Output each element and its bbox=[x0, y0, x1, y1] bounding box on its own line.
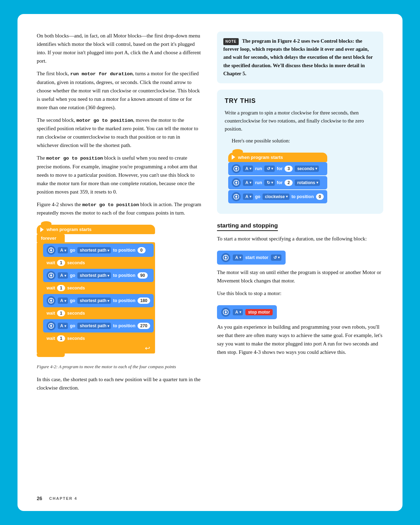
try-motor-icon-3 bbox=[232, 192, 241, 201]
code-run-motor: run motor for duration bbox=[70, 71, 133, 77]
motor-icon-1 bbox=[47, 246, 56, 255]
to-position-label-1: to position bbox=[113, 248, 135, 253]
try-for-label-1: for bbox=[277, 166, 283, 171]
try-this-title: TRY THIS bbox=[225, 97, 376, 105]
try-go-label-3: go bbox=[255, 194, 260, 199]
starting-stopping-section: starting and stopping To start a motor w… bbox=[217, 221, 383, 356]
note-box: NOTE The program in Figure 4-2 uses two … bbox=[217, 31, 383, 83]
try-motor-a-3[interactable]: A bbox=[243, 194, 253, 200]
page-number: 26 bbox=[37, 496, 42, 501]
motor-block-4: A go shortest path to position 270 bbox=[43, 319, 154, 332]
forever-block-bottom bbox=[37, 354, 65, 357]
start-motor-a-dropdown[interactable]: A bbox=[233, 254, 243, 261]
wait-block-4: wait 1 seconds bbox=[43, 334, 154, 343]
wait-value-2: 1 bbox=[57, 285, 65, 291]
go-label-2: go bbox=[70, 273, 75, 278]
code-motor-go-3: motor go to position bbox=[82, 202, 139, 208]
forever-block: forever bbox=[37, 234, 65, 242]
shortest-path-dropdown-4[interactable]: shortest path bbox=[77, 323, 111, 329]
start-motor-dir-dropdown[interactable]: ↺ bbox=[271, 254, 281, 261]
try-motor-icon-2 bbox=[232, 178, 241, 187]
try-motor-icon-1 bbox=[232, 164, 241, 173]
svg-point-33 bbox=[225, 311, 226, 313]
start-motor-block: A start motor ↺ bbox=[217, 251, 286, 265]
note-text: The program in Figure 4-2 uses two Contr… bbox=[223, 38, 373, 76]
figure-4-2-program: when program starts forever bbox=[37, 225, 155, 357]
try-when-program-starts: when program starts bbox=[238, 155, 283, 160]
stop-motor-label: stop motor bbox=[245, 309, 273, 315]
try-run-label-1: run bbox=[255, 166, 262, 171]
go-label-4: go bbox=[70, 323, 75, 328]
try-ccw-dropdown-2[interactable]: ↻ bbox=[264, 180, 275, 186]
svg-point-21 bbox=[235, 182, 237, 183]
when-program-starts-label: when program starts bbox=[47, 227, 92, 232]
seconds-label-3: seconds bbox=[67, 311, 85, 316]
wait-value-3: 1 bbox=[57, 310, 65, 316]
svg-point-1 bbox=[50, 250, 52, 251]
note-badge: NOTE bbox=[223, 38, 239, 45]
svg-point-25 bbox=[235, 196, 237, 197]
motor-block-1: A go shortest path to position 0 bbox=[43, 244, 154, 257]
position-value-3: 180 bbox=[138, 298, 150, 304]
motor-icon-4 bbox=[47, 321, 56, 330]
try-this-program: when program starts A bbox=[228, 153, 327, 204]
motor-icon-2 bbox=[47, 271, 56, 280]
para-1: On both blocks—and, in fact, on all Moto… bbox=[37, 31, 203, 65]
para-4: The motor go to position block is useful… bbox=[37, 154, 203, 196]
position-value-2: 90 bbox=[138, 272, 148, 279]
svg-point-29 bbox=[225, 257, 226, 258]
try-motor-a-2[interactable]: A bbox=[243, 180, 253, 186]
shortest-path-dropdown-2[interactable]: shortest path bbox=[77, 272, 111, 279]
wait-block-1: wait 1 seconds bbox=[43, 258, 154, 268]
try-motor-block-2: A run ↻ for 2 rotations bbox=[228, 176, 327, 189]
motor-a-dropdown-1[interactable]: A bbox=[58, 247, 68, 253]
svg-point-5 bbox=[50, 275, 52, 276]
right-column: NOTE The program in Figure 4-2 uses two … bbox=[217, 31, 383, 396]
try-position-value-3: 0 bbox=[316, 194, 324, 200]
shortest-path-dropdown-1[interactable]: shortest path bbox=[77, 247, 111, 253]
try-to-position-label-3: to position bbox=[292, 194, 314, 199]
try-rotations-value-2: 2 bbox=[285, 180, 293, 186]
try-cw-dropdown-1[interactable]: ↺ bbox=[264, 166, 275, 172]
starting-stopping-heading: starting and stopping bbox=[217, 222, 278, 231]
motor-icon-3 bbox=[47, 296, 56, 305]
try-rotations-dropdown-2[interactable]: rotations bbox=[295, 180, 320, 186]
figure-caption: Figure 4-2: A program to move the motor … bbox=[37, 363, 203, 370]
try-seconds-value-1: 3 bbox=[285, 166, 293, 172]
wait-label-3: wait bbox=[47, 311, 55, 316]
after-figure-para: In this case, the shortest path to each … bbox=[37, 375, 203, 392]
try-cw-dropdown-3[interactable]: clockwise bbox=[262, 194, 289, 200]
motor-block-2: A go shortest path to position 90 bbox=[43, 269, 154, 282]
motor-a-dropdown-4[interactable]: A bbox=[58, 323, 68, 329]
para-2: The first block, run motor for duration,… bbox=[37, 69, 203, 112]
motor-a-dropdown-2[interactable]: A bbox=[58, 272, 68, 279]
try-run-label-2: run bbox=[255, 180, 262, 185]
para-5: Figure 4-2 shows the motor go to positio… bbox=[37, 200, 203, 217]
motor-stay-on-para: The motor will stay on until either the … bbox=[217, 268, 383, 285]
shortest-path-dropdown-3[interactable]: shortest path bbox=[77, 298, 111, 304]
wait-label-4: wait bbox=[47, 336, 55, 341]
try-motor-block-3: A go clockwise to position 0 bbox=[228, 190, 327, 203]
try-seconds-dropdown-1[interactable]: seconds bbox=[295, 166, 319, 172]
forever-container: A go shortest path to position 0 wait 1 … bbox=[37, 242, 155, 354]
chapter-label: CHAPTER 4 bbox=[49, 496, 77, 500]
to-position-label-2: to position bbox=[113, 273, 135, 278]
try-motor-block-1: A run ↺ for 3 seconds bbox=[228, 162, 327, 175]
try-motor-a-1[interactable]: A bbox=[243, 166, 253, 172]
go-label-1: go bbox=[70, 248, 75, 253]
try-hat-block: when program starts bbox=[228, 153, 327, 162]
wait-label-2: wait bbox=[47, 286, 55, 290]
start-motor-icon bbox=[221, 253, 230, 262]
svg-point-9 bbox=[50, 300, 52, 302]
wait-value-4: 1 bbox=[57, 335, 65, 342]
motor-a-dropdown-3[interactable]: A bbox=[58, 298, 68, 304]
try-for-label-2: for bbox=[277, 180, 283, 185]
wait-block-3: wait 1 seconds bbox=[43, 308, 154, 318]
motor-block-3: A go shortest path to position 180 bbox=[43, 294, 154, 307]
go-label-3: go bbox=[70, 298, 75, 303]
stop-motor-a-dropdown[interactable]: A bbox=[233, 309, 243, 315]
stop-intro-para: Use this block to stop a motor: bbox=[217, 289, 383, 298]
code-motor-go-2: motor go to position bbox=[46, 156, 103, 161]
left-column: On both blocks—and, in fact, on all Moto… bbox=[37, 31, 203, 396]
try-play-arrow-icon bbox=[232, 155, 235, 160]
